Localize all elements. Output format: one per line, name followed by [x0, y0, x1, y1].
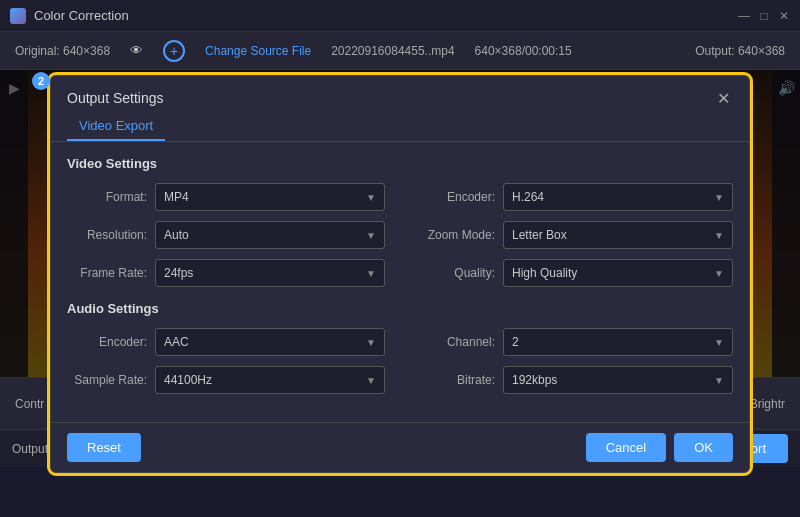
format-label: Format:: [67, 190, 147, 204]
quality-arrow: ▼: [714, 268, 724, 279]
reset-button[interactable]: Reset: [67, 433, 141, 462]
video-settings-title: Video Settings: [67, 156, 733, 171]
filename-label: 20220916084455..mp4: [331, 44, 454, 58]
resolution-row: Resolution: Auto ▼: [67, 221, 385, 249]
contrast-label: Contr: [15, 397, 44, 411]
app-title: Color Correction: [34, 8, 129, 23]
ok-button[interactable]: OK: [674, 433, 733, 462]
audio-encoder-label: Encoder:: [67, 335, 147, 349]
audio-encoder-row: Encoder: AAC ▼: [67, 328, 385, 356]
format-arrow: ▼: [366, 192, 376, 203]
eye-icon[interactable]: 👁: [130, 43, 143, 58]
zoom-mode-arrow: ▼: [714, 230, 724, 241]
maximize-button[interactable]: □: [758, 10, 770, 22]
brightness-label: Brightr: [750, 397, 785, 411]
plus-icon: +: [170, 43, 178, 59]
channel-arrow: ▼: [714, 337, 724, 348]
main-area: ▶ 🔊 2 Output Settings ✕ Video Export Vid…: [0, 70, 800, 377]
sample-rate-arrow: ▼: [366, 375, 376, 386]
window-controls: — □ ✕: [738, 10, 790, 22]
quality-row: Quality: High Quality ▼: [415, 259, 733, 287]
tab-video-export[interactable]: Video Export: [67, 112, 165, 141]
original-label: Original: 640×368: [15, 44, 110, 58]
resolution-arrow: ▼: [366, 230, 376, 241]
duration-label: 640×368/00:00:15: [475, 44, 572, 58]
audio-encoder-arrow: ▼: [366, 337, 376, 348]
add-source-button[interactable]: +: [163, 40, 185, 62]
bitrate-arrow: ▼: [714, 375, 724, 386]
modal-body: Video Settings Format: MP4 ▼ Encoder:: [51, 142, 749, 422]
badge-two: 2: [32, 72, 50, 90]
format-select[interactable]: MP4 ▼: [155, 183, 385, 211]
bitrate-label: Bitrate:: [415, 373, 495, 387]
change-source-link[interactable]: Change Source File: [205, 44, 311, 58]
quality-select[interactable]: High Quality ▼: [503, 259, 733, 287]
cancel-button[interactable]: Cancel: [586, 433, 666, 462]
channel-row: Channel: 2 ▼: [415, 328, 733, 356]
format-row: Format: MP4 ▼: [67, 183, 385, 211]
encoder-label: Encoder:: [415, 190, 495, 204]
modal-close-button[interactable]: ✕: [713, 88, 733, 108]
modal-footer: Reset Cancel OK: [51, 422, 749, 472]
output-label: Output: 640×368: [695, 44, 785, 58]
encoder-select[interactable]: H.264 ▼: [503, 183, 733, 211]
bitrate-select[interactable]: 192kbps ▼: [503, 366, 733, 394]
channel-label: Channel:: [415, 335, 495, 349]
audio-settings-grid: Encoder: AAC ▼ Channel: 2 ▼: [67, 328, 733, 394]
quality-label: Quality:: [415, 266, 495, 280]
modal-header: Output Settings ✕: [51, 76, 749, 108]
title-bar: Color Correction — □ ✕: [0, 0, 800, 32]
resolution-select[interactable]: Auto ▼: [155, 221, 385, 249]
top-bar: Original: 640×368 👁 + Change Source File…: [0, 32, 800, 70]
audio-encoder-select[interactable]: AAC ▼: [155, 328, 385, 356]
resolution-label: Resolution:: [67, 228, 147, 242]
zoom-mode-row: Zoom Mode: Letter Box ▼: [415, 221, 733, 249]
output-settings-modal: Output Settings ✕ Video Export Video Set…: [50, 75, 750, 473]
modal-title: Output Settings: [67, 90, 164, 106]
frame-rate-select[interactable]: 24fps ▼: [155, 259, 385, 287]
zoom-mode-select[interactable]: Letter Box ▼: [503, 221, 733, 249]
modal-tabs: Video Export: [51, 112, 749, 142]
frame-rate-arrow: ▼: [366, 268, 376, 279]
close-button[interactable]: ✕: [778, 10, 790, 22]
zoom-mode-label: Zoom Mode:: [415, 228, 495, 242]
sample-rate-row: Sample Rate: 44100Hz ▼: [67, 366, 385, 394]
sample-rate-select[interactable]: 44100Hz ▼: [155, 366, 385, 394]
minimize-button[interactable]: —: [738, 10, 750, 22]
bitrate-row: Bitrate: 192kbps ▼: [415, 366, 733, 394]
sample-rate-label: Sample Rate:: [67, 373, 147, 387]
frame-rate-row: Frame Rate: 24fps ▼: [67, 259, 385, 287]
encoder-arrow: ▼: [714, 192, 724, 203]
encoder-row: Encoder: H.264 ▼: [415, 183, 733, 211]
video-settings-grid: Format: MP4 ▼ Encoder: H.264 ▼: [67, 183, 733, 287]
channel-select[interactable]: 2 ▼: [503, 328, 733, 356]
modal-overlay: Output Settings ✕ Video Export Video Set…: [0, 70, 800, 377]
audio-settings-title: Audio Settings: [67, 301, 733, 316]
app-icon: [10, 8, 26, 24]
frame-rate-label: Frame Rate:: [67, 266, 147, 280]
